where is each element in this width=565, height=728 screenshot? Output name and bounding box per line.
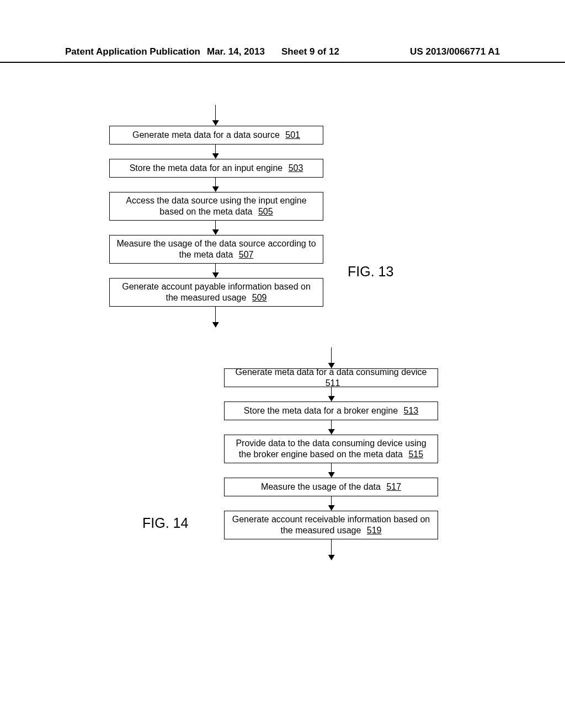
step-ref: 503 [289,163,303,173]
step-text: Measure the usage of the data source acc… [116,239,316,259]
step-text: Provide data to the data consuming devic… [236,438,426,459]
step-text: Generate meta data for a data source [132,130,280,140]
step-ref: 501 [285,130,300,140]
fig14-step-515: Provide data to the data consuming devic… [224,435,438,463]
fig14-arrow-3 [331,463,332,472]
fig14-arrow-4 [331,496,332,505]
fig13-label: FIG. 13 [348,264,393,280]
fig14-label: FIG. 14 [142,515,188,531]
step-ref: 505 [258,207,273,216]
fig13-step-507: Measure the usage of the data source acc… [109,235,323,264]
fig14-step-519: Generate account receivable information … [224,511,438,539]
fig13-arrowhead-1 [212,153,219,159]
step-text: Generate account receivable information … [232,515,430,535]
fig13-arrow-3 [215,221,216,229]
fig13-step-505: Access the data source using the input e… [109,192,323,221]
step-ref: 515 [408,449,423,459]
fig13-arrow-4 [215,264,216,272]
header-publication: Patent Application Publication [65,46,200,57]
step-text: Measure the usage of the data [261,482,381,491]
step-text: Access the data source using the input e… [126,196,306,216]
fig14-step-511: Generate meta data for a data consuming … [224,368,438,387]
step-ref: 507 [239,250,254,259]
step-ref: 519 [367,526,382,535]
fig13-arrowhead-out [212,322,219,328]
header-sheet: Sheet 9 of 12 [281,46,339,57]
fig13-arrowhead-4 [212,272,219,278]
step-text: Store the meta data for a broker engine [244,406,398,415]
fig14-arrow-out [331,539,332,555]
fig14-arrowhead-1 [328,396,335,402]
fig13-arrowhead-in [212,120,219,126]
step-text: Generate account payable information bas… [122,282,311,302]
step-text: Store the meta data for an input engine [130,163,283,173]
fig13-arrow-2 [215,178,216,186]
fig14-arrowhead-2 [328,429,335,435]
fig14-arrow-2 [331,420,332,429]
header-date: Mar. 14, 2013 [207,46,265,57]
fig13-step-509: Generate account payable information bas… [109,278,323,307]
step-ref: 517 [386,482,401,491]
fig13-arrowhead-2 [212,186,219,192]
step-ref: 511 [326,378,340,388]
fig14-arrowhead-out [328,555,335,560]
fig14-arrow-in [331,347,332,363]
page-header: Patent Application Publication Mar. 14, … [0,46,565,63]
fig13-step-501: Generate meta data for a data source 501 [109,126,323,144]
fig14-arrowhead-3 [328,472,335,478]
step-text: Generate meta data for a data consuming … [236,367,427,377]
step-ref: 509 [252,293,267,302]
header-pubno: US 2013/0066771 A1 [410,46,500,57]
fig13-arrow-out [215,307,216,322]
fig14-arrow-1 [331,387,332,396]
fig13-arrow-1 [215,144,216,153]
fig13-arrowhead-3 [212,229,219,235]
fig14-step-513: Store the meta data for a broker engine … [224,402,438,420]
fig14-arrowhead-4 [328,505,335,511]
fig13-arrow-in [215,105,216,120]
fig14-step-517: Measure the usage of the data 517 [224,478,438,496]
step-ref: 513 [404,406,419,415]
fig13-step-503: Store the meta data for an input engine … [109,159,323,178]
